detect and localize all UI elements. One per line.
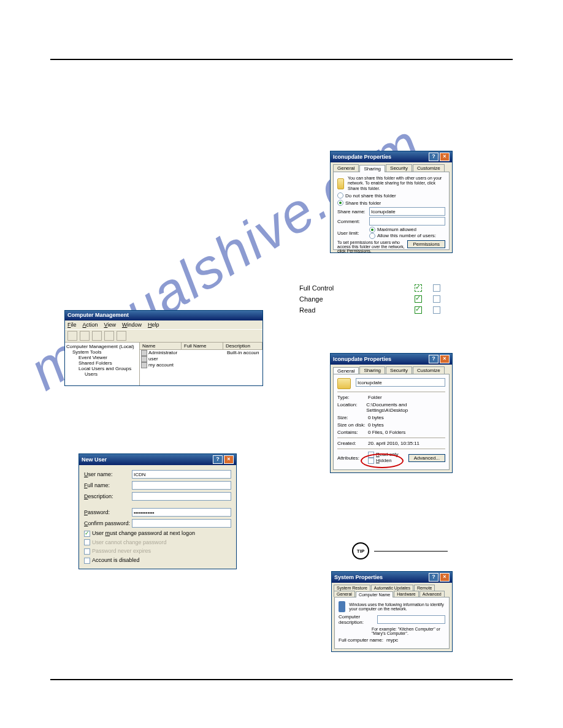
user-icon: [141, 356, 147, 362]
checkbox-allow[interactable]: [415, 306, 422, 314]
checkbox-deny[interactable]: [433, 306, 440, 314]
checkbox-allow[interactable]: [415, 284, 422, 292]
password-input[interactable]: [132, 508, 231, 517]
tree-node[interactable]: Users: [66, 371, 138, 377]
advanced-button[interactable]: Advanced...: [408, 454, 445, 462]
titlebar[interactable]: Iconupdate Properties ? ×: [331, 354, 452, 365]
checkbox-must-change[interactable]: [84, 531, 90, 537]
confirm-input[interactable]: [132, 519, 231, 528]
tab-customize[interactable]: Customize: [413, 366, 445, 374]
tree-node[interactable]: Computer Management (Local): [66, 344, 138, 349]
perm-name: Change: [299, 295, 404, 303]
checkbox-label: User cannot change password: [92, 539, 167, 545]
intro-text: Windows uses the following information t…: [349, 602, 445, 611]
tab-computer-name[interactable]: Computer Name: [356, 591, 393, 597]
tree-view[interactable]: Computer Management (Local) System Tools…: [65, 343, 140, 385]
menu-file[interactable]: File: [67, 322, 77, 328]
tab-general[interactable]: General: [333, 164, 359, 172]
user-limit-label: User limit:: [337, 230, 369, 236]
list-item[interactable]: my account: [140, 362, 262, 368]
tab-security[interactable]: Security: [386, 164, 412, 172]
radio-label: Allow this number of users:: [377, 233, 436, 238]
perm-text: To set permissions for users who access …: [337, 240, 407, 253]
menu-help[interactable]: Help: [148, 322, 159, 328]
window-computer-management: Computer Management File Action View Win…: [64, 310, 263, 386]
tab-general[interactable]: General: [334, 591, 355, 597]
help-icon[interactable]: ?: [429, 573, 439, 582]
tab-advanced[interactable]: Advanced: [419, 591, 445, 597]
prop-label: Created:: [337, 441, 368, 446]
export-icon[interactable]: [117, 331, 126, 341]
username-input[interactable]: [132, 470, 231, 479]
col-description[interactable]: Description: [223, 343, 262, 349]
username-label: User name:: [84, 471, 132, 477]
tabs: General Sharing Security Customize: [331, 162, 452, 172]
checkbox-deny[interactable]: [433, 295, 440, 303]
titlebar[interactable]: New User ? ×: [79, 454, 236, 465]
comment-input[interactable]: [369, 217, 445, 226]
prop-value: 0 bytes: [368, 422, 384, 428]
titlebar[interactable]: Computer Management: [65, 311, 262, 320]
back-icon[interactable]: [67, 331, 77, 341]
permissions-list: Full Control Change Read: [299, 282, 459, 316]
radio-max-allowed[interactable]: [369, 227, 375, 233]
tab-hardware[interactable]: Hardware: [394, 591, 418, 597]
fullname-label: Full name:: [84, 482, 132, 488]
close-icon[interactable]: ×: [440, 153, 450, 161]
perm-row: Change: [299, 294, 459, 305]
checkbox-disabled[interactable]: [84, 558, 90, 564]
prop-label: Contains:: [337, 430, 368, 435]
help-icon[interactable]: ?: [213, 455, 223, 464]
tab-security[interactable]: Security: [386, 366, 412, 374]
permissions-button[interactable]: Permissions: [407, 240, 445, 248]
horizontal-rule-bottom: [50, 679, 513, 680]
tip-icon: TIP: [352, 542, 369, 559]
tab-automatic-updates[interactable]: Automatic Updates: [371, 585, 413, 591]
tree-node[interactable]: System Tools: [66, 349, 138, 355]
radio-do-not-share[interactable]: [337, 192, 343, 199]
tab-customize[interactable]: Customize: [413, 164, 445, 172]
radio-allow-number[interactable]: [369, 233, 375, 239]
menu-action[interactable]: Action: [83, 322, 98, 328]
help-icon[interactable]: ?: [429, 355, 439, 363]
menu-window[interactable]: Window: [122, 322, 142, 328]
list-item[interactable]: user: [140, 356, 262, 362]
close-icon[interactable]: ×: [224, 455, 234, 464]
tab-sharing[interactable]: Sharing: [359, 165, 385, 172]
description-input[interactable]: [132, 492, 231, 501]
description-label: Description:: [84, 493, 132, 499]
folder-icon: [337, 178, 344, 189]
menu-view[interactable]: View: [104, 322, 116, 328]
tree-node[interactable]: Shared Folders: [66, 360, 138, 366]
tree-node[interactable]: Local Users and Groups: [66, 366, 138, 371]
tab-sharing[interactable]: Sharing: [359, 366, 385, 374]
dialog-system-properties: System Properties ? × System Restore Aut…: [331, 571, 453, 652]
col-fullname[interactable]: Full Name: [182, 343, 223, 349]
tab-system-restore[interactable]: System Restore: [334, 585, 370, 591]
titlebar[interactable]: System Properties ? ×: [332, 572, 452, 583]
checkbox-allow[interactable]: [415, 295, 422, 303]
toolbar: [65, 329, 262, 343]
titlebar[interactable]: Iconupdate Properties ? ×: [331, 151, 452, 162]
folder-name-input[interactable]: [356, 378, 445, 387]
close-icon[interactable]: ×: [440, 355, 450, 363]
close-icon[interactable]: ×: [440, 573, 450, 582]
checkbox-deny[interactable]: [433, 284, 440, 292]
computer-desc-input[interactable]: [377, 615, 445, 624]
list-item[interactable]: AdministratorBuilt-in accoun: [140, 350, 262, 356]
help-icon[interactable]: ?: [429, 153, 439, 161]
tab-remote[interactable]: Remote: [414, 585, 435, 591]
dialog-iconupdate-sharing: Iconupdate Properties ? × General Sharin…: [330, 151, 453, 253]
checkbox-label: User must change password at next logon: [92, 530, 195, 536]
share-name-input[interactable]: [369, 207, 445, 216]
dialog-title: Iconupdate Properties: [333, 154, 427, 160]
properties-icon[interactable]: [92, 331, 102, 341]
tree-node[interactable]: Event Viewer: [66, 355, 138, 360]
fullname-input[interactable]: [132, 481, 231, 490]
col-name[interactable]: Name: [140, 343, 182, 349]
forward-icon[interactable]: [80, 331, 90, 341]
prop-label: Size:: [337, 415, 368, 420]
prop-label: Location:: [337, 402, 366, 413]
radio-share[interactable]: [337, 200, 343, 206]
refresh-icon[interactable]: [104, 331, 114, 341]
